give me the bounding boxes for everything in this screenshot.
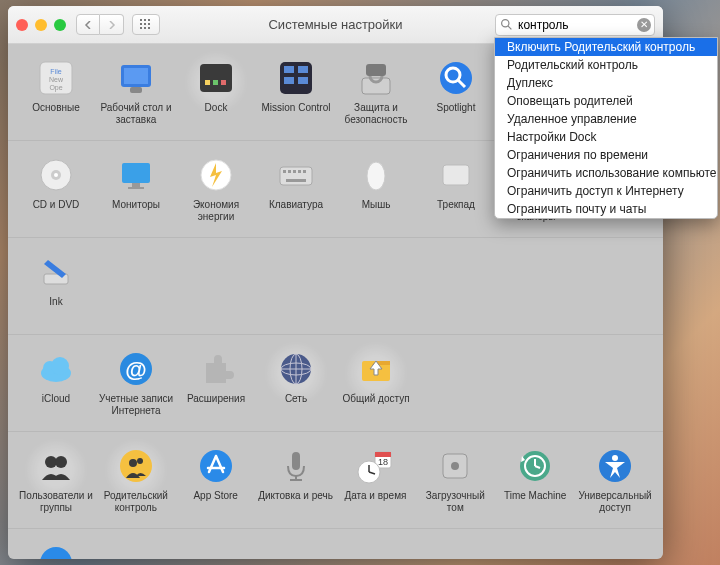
pref-item-users[interactable]: Пользователи и группы xyxy=(16,442,96,522)
svg-rect-5 xyxy=(148,23,150,25)
svg-point-37 xyxy=(54,173,58,177)
icloud-icon xyxy=(36,349,76,389)
svg-rect-29 xyxy=(366,64,386,76)
svg-rect-8 xyxy=(148,27,150,29)
pref-item-label: Клавиатура xyxy=(269,199,323,211)
svg-rect-16 xyxy=(124,68,148,84)
pref-item-label: Загрузочный том xyxy=(417,490,493,513)
dictation-icon xyxy=(276,446,316,486)
svg-rect-21 xyxy=(221,80,226,85)
pref-item-energy[interactable]: Экономия энергии xyxy=(176,151,256,231)
general-icon: FileNewOpe xyxy=(36,58,76,98)
timemachine-icon xyxy=(515,446,555,486)
search-suggestions: Включить Родительский контрольРодительск… xyxy=(494,37,718,219)
pref-item-sharing[interactable]: Общий доступ xyxy=(336,345,416,425)
pref-item-mission[interactable]: Mission Control xyxy=(256,54,336,134)
pref-item-trackpad[interactable]: Трекпад xyxy=(416,151,496,231)
minimize-icon[interactable] xyxy=(35,19,47,31)
sharing-icon xyxy=(356,349,396,389)
pref-item-appstore[interactable]: App Store xyxy=(176,442,256,522)
pref-item-label: Дата и время xyxy=(344,490,406,502)
svg-point-49 xyxy=(367,162,385,190)
suggestion-item[interactable]: Настройки Dock xyxy=(495,128,717,146)
pref-item-network[interactable]: Сеть xyxy=(256,345,336,425)
pref-item-label: Time Machine xyxy=(504,490,566,502)
pref-item-label: App Store xyxy=(193,490,237,502)
show-all-button[interactable] xyxy=(132,14,160,35)
forward-button[interactable] xyxy=(100,14,124,35)
clear-search-icon[interactable]: ✕ xyxy=(637,18,651,32)
search-icon xyxy=(500,18,513,31)
system-preferences-window: Системные настройки ✕ FileNewOpeОсновные… xyxy=(8,6,663,559)
pref-item-mouse[interactable]: Мышь xyxy=(336,151,416,231)
svg-point-82 xyxy=(451,462,459,470)
svg-rect-17 xyxy=(130,87,142,93)
svg-rect-72 xyxy=(292,452,300,470)
svg-point-89 xyxy=(40,547,72,559)
svg-point-30 xyxy=(440,62,472,94)
pref-item-ntfs[interactable]: NTFSNTFS for Mac OS X xyxy=(16,539,96,559)
pref-item-extensions[interactable]: Расширения xyxy=(176,345,256,425)
svg-text:New: New xyxy=(49,76,64,83)
suggestion-item[interactable]: Ограничить доступ к Интернету xyxy=(495,182,717,200)
pref-item-startup[interactable]: Загрузочный том xyxy=(415,442,495,522)
back-button[interactable] xyxy=(76,14,100,35)
suggestion-item[interactable]: Включить Родительский контроль xyxy=(495,38,717,56)
traffic-lights[interactable] xyxy=(16,19,66,31)
svg-rect-39 xyxy=(132,183,140,187)
close-icon[interactable] xyxy=(16,19,28,31)
mission-icon xyxy=(276,58,316,98)
pref-item-parental[interactable]: Родительский контроль xyxy=(96,442,176,522)
pref-item-label: Трекпад xyxy=(437,199,475,211)
pref-item-icloud[interactable]: iCloud xyxy=(16,345,96,425)
suggestion-item[interactable]: Ограничить почту и чаты xyxy=(495,200,717,218)
svg-text:@: @ xyxy=(125,357,146,382)
pref-item-datetime[interactable]: 18Дата и время xyxy=(336,442,416,522)
pref-item-dock[interactable]: Dock xyxy=(176,54,256,134)
pref-item-dictation[interactable]: Диктовка и речь xyxy=(256,442,336,522)
svg-point-70 xyxy=(137,458,143,464)
svg-rect-50 xyxy=(443,165,469,185)
svg-point-9 xyxy=(502,19,509,26)
pref-item-spotlight[interactable]: Spotlight xyxy=(416,54,496,134)
pref-item-accessibility[interactable]: Универсальный доступ xyxy=(575,442,655,522)
suggestion-item[interactable]: Родительский контроль xyxy=(495,56,717,74)
pref-item-label: Ink xyxy=(49,296,62,308)
svg-rect-3 xyxy=(140,23,142,25)
suggestion-item[interactable]: Дуплекс xyxy=(495,74,717,92)
pref-item-timemachine[interactable]: Time Machine xyxy=(495,442,575,522)
search-wrap: ✕ xyxy=(495,14,655,36)
mouse-icon xyxy=(356,155,396,195)
maximize-icon[interactable] xyxy=(54,19,66,31)
suggestion-item[interactable]: Удаленное управление xyxy=(495,110,717,128)
svg-rect-18 xyxy=(200,64,232,92)
svg-line-10 xyxy=(508,26,511,29)
pref-item-keyboard[interactable]: Клавиатура xyxy=(256,151,336,231)
pref-item-ink[interactable]: Ink xyxy=(16,248,96,328)
pref-item-general[interactable]: FileNewOpeОсновные xyxy=(16,54,96,134)
pref-item-security[interactable]: Защита и безопасность xyxy=(336,54,416,134)
trackpad-icon xyxy=(436,155,476,195)
pref-item-cd[interactable]: CD и DVD xyxy=(16,151,96,231)
pref-item-displays[interactable]: Мониторы xyxy=(96,151,176,231)
svg-rect-38 xyxy=(122,163,150,183)
suggestion-item[interactable]: Ограничения по времени xyxy=(495,146,717,164)
pref-item-label: Защита и безопасность xyxy=(338,102,414,125)
svg-rect-23 xyxy=(284,66,294,73)
svg-rect-43 xyxy=(283,170,286,173)
pref-item-label: Пользователи и группы xyxy=(18,490,94,513)
search-input[interactable] xyxy=(495,14,655,36)
svg-rect-44 xyxy=(288,170,291,173)
pref-item-accounts[interactable]: @Учетные записи Интернета xyxy=(96,345,176,425)
pref-item-desktop[interactable]: Рабочий стол и заставка xyxy=(96,54,176,134)
suggestion-item[interactable]: Оповещать родителей xyxy=(495,92,717,110)
pref-item-label: Dock xyxy=(205,102,228,114)
svg-text:18: 18 xyxy=(378,457,388,467)
svg-rect-7 xyxy=(144,27,146,29)
extensions-icon xyxy=(196,349,236,389)
suggestion-item[interactable]: Ограничить использование компьютера xyxy=(495,164,717,182)
svg-point-69 xyxy=(129,459,137,467)
svg-text:File: File xyxy=(50,68,61,75)
svg-rect-6 xyxy=(140,27,142,29)
pref-item-label: Рабочий стол и заставка xyxy=(98,102,174,125)
